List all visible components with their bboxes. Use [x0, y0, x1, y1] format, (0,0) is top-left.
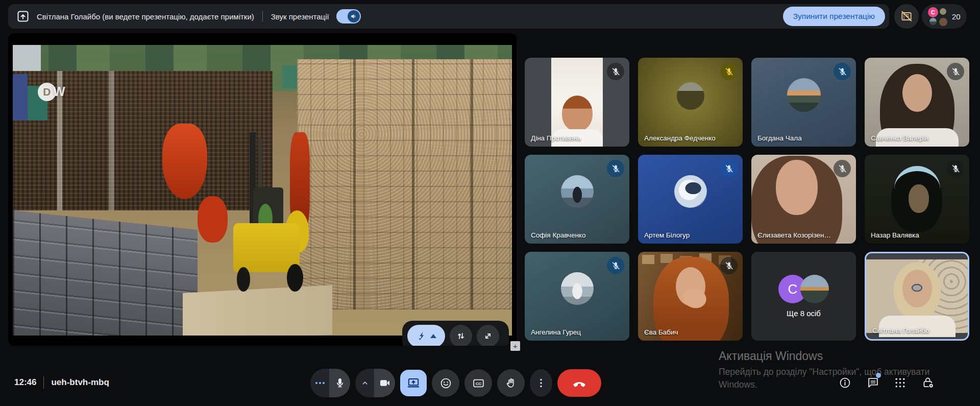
reactions-button[interactable]	[432, 369, 459, 397]
activities-button[interactable]	[889, 371, 911, 394]
participant-name: Софія Кравченко	[531, 231, 585, 239]
participant-tile[interactable]: Софія Кравченко	[525, 155, 629, 244]
avatar	[800, 275, 829, 303]
avatar	[787, 78, 821, 112]
fullscreen-button[interactable]	[477, 325, 499, 346]
presenter-status-text: Світлана Голайбо (ви ведете презентацію,…	[37, 12, 254, 21]
chat-button[interactable]	[862, 371, 884, 394]
participant-video	[551, 58, 603, 147]
hang-up-icon	[572, 375, 587, 391]
participant-count: 20	[952, 12, 961, 21]
screen-share-icon	[407, 376, 420, 390]
more-participants-tile[interactable]: C Ще 8 осіб	[751, 252, 856, 341]
divider	[262, 11, 263, 22]
raise-hand-button[interactable]	[497, 369, 525, 397]
participant-name: Артем Білогур	[644, 231, 690, 239]
mic-off-icon	[607, 257, 624, 274]
avatar	[561, 175, 594, 208]
present-to-all-icon	[16, 10, 30, 23]
annotate-button[interactable]	[407, 325, 445, 346]
mic-button[interactable]	[310, 369, 350, 397]
mic-off-icon	[607, 160, 624, 177]
chevron-up-icon	[430, 334, 436, 338]
more-participants-label: Ще 8 осіб	[787, 309, 821, 318]
apps-grid-icon	[894, 376, 906, 389]
presentation-panel: D W	[8, 33, 517, 346]
chat-icon	[867, 376, 879, 389]
participant-name: Діна Противень	[531, 134, 581, 142]
clapperboard-off-icon	[900, 10, 913, 23]
mic-off-icon	[947, 63, 964, 80]
mic-off-icon	[947, 160, 964, 177]
participant-tile-self[interactable]: Світлана Голайбо	[865, 252, 969, 341]
participant-name: Назар Валявка	[871, 231, 919, 239]
participant-tile[interactable]: Назар Валявка	[865, 155, 969, 244]
presentation-sound-label: Звук презентації	[271, 12, 329, 21]
annotate-zap-icon	[416, 330, 428, 342]
participant-tile[interactable]: Єва Бабич	[638, 252, 743, 341]
participant-name: Савченко Валерія	[871, 134, 928, 142]
screen-share-button-active[interactable]	[400, 370, 427, 396]
avatar	[929, 18, 937, 25]
clapperboard-off-button[interactable]	[894, 4, 919, 29]
meeting-status: 12:46 ueh-btvh-mbq	[14, 376, 109, 389]
avatar: C	[928, 7, 938, 17]
participant-tile[interactable]: Александра Федченко	[638, 58, 743, 147]
camera-button[interactable]	[355, 369, 395, 397]
participant-name: Александра Федченко	[644, 134, 716, 142]
mic-icon	[329, 369, 350, 397]
more-options-icon	[535, 377, 547, 389]
participant-tile[interactable]: Діна Противень	[525, 58, 629, 147]
participant-video	[866, 259, 968, 333]
speaker-icon	[348, 10, 360, 22]
avatar	[677, 82, 704, 110]
avatar	[561, 272, 594, 305]
captions-icon	[472, 377, 485, 390]
call-controls	[310, 369, 601, 397]
more-options-button[interactable]	[530, 369, 552, 397]
host-controls-lock-icon	[921, 376, 935, 389]
swap-tile-button[interactable]	[450, 325, 472, 346]
forklift-illustration	[223, 132, 312, 295]
participant-tile[interactable]: Ангелина Гурец	[525, 252, 629, 341]
swap-vertical-icon	[455, 330, 467, 342]
meeting-details-button[interactable]	[834, 371, 856, 394]
leave-call-button[interactable]	[557, 369, 601, 397]
audio-activity-indicator	[310, 369, 329, 397]
dw-logo: D W	[38, 83, 65, 101]
avatar	[939, 18, 947, 26]
mic-off-icon	[607, 63, 624, 80]
mic-off-icon	[720, 257, 738, 274]
captions-button[interactable]	[464, 369, 492, 397]
stop-presentation-button[interactable]: Зупинити презентацію	[783, 7, 885, 26]
mic-off-icon	[834, 63, 851, 80]
participant-avatar-stack: C	[928, 7, 947, 26]
presentation-overlay-controls	[402, 321, 509, 346]
participant-name: Ангелина Гурец	[531, 328, 581, 336]
participant-tile[interactable]: Артем Білогур	[638, 155, 743, 244]
participant-tile[interactable]: Савченко Валерія	[865, 58, 969, 147]
chevron-up-icon	[355, 369, 374, 397]
participant-tile[interactable]: Єлизавета Козорізен…	[751, 155, 856, 244]
avatar-pair: C	[778, 275, 829, 303]
participant-name: Богдана Чала	[757, 134, 802, 142]
google-meet-window: Світлана Голайбо (ви ведете презентацію,…	[0, 0, 980, 406]
mic-off-icon	[720, 63, 738, 80]
chat-notification-dot	[876, 373, 881, 378]
avatar	[674, 175, 707, 208]
avatar	[940, 8, 946, 15]
raise-hand-icon	[505, 377, 518, 390]
shared-video: D W	[13, 45, 512, 336]
participant-name: Єлизавета Козорізен…	[757, 231, 831, 239]
smiley-icon	[439, 377, 452, 390]
presentation-sound-toggle[interactable]	[336, 9, 361, 23]
divider	[43, 376, 44, 389]
fullscreen-icon	[482, 330, 494, 342]
meeting-code: ueh-btvh-mbq	[51, 377, 109, 388]
participants-button[interactable]: C 20	[922, 4, 967, 29]
participant-name: Єва Бабич	[644, 328, 678, 336]
camera-icon	[374, 369, 395, 397]
mic-off-icon	[720, 160, 738, 177]
host-controls-button[interactable]	[917, 371, 939, 394]
participant-tile[interactable]: Богдана Чала	[751, 58, 856, 147]
